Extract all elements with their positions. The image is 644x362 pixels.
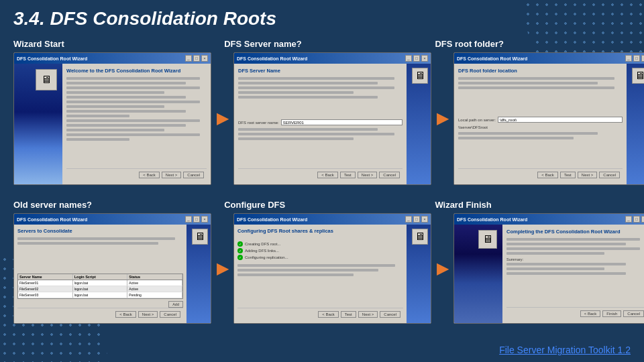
win1-back-btn[interactable]: < Back (139, 172, 160, 178)
win5-heading: Configuring DFS Root shares & replicas (237, 228, 403, 235)
win2-cancel-btn[interactable]: Cancel (379, 172, 400, 178)
win4-title: DFS Consolidation Root Wizard (17, 217, 87, 222)
win3-icon: 🖥 (632, 68, 644, 84)
win3-test-btn[interactable]: Test (560, 172, 576, 178)
win1-maximize[interactable]: □ (193, 55, 200, 62)
label-configure: Configure DFS (224, 200, 420, 210)
win5-check3-icon: ✓ (237, 255, 243, 260)
win4-body-text (17, 237, 183, 272)
win2-maximize[interactable]: □ (413, 55, 420, 62)
label-dfs-root: DFS root folder? (435, 39, 631, 49)
win3-path-input[interactable]: \dfs_root\ (498, 117, 623, 123)
win4-cancel-btn[interactable]: Cancel (160, 311, 180, 318)
win1-minimize[interactable]: _ (185, 55, 192, 62)
win3-input2-label: \\server\DFSroot (458, 125, 488, 129)
win2-heading: DFS Server Name (238, 68, 402, 74)
win5-next-btn[interactable]: Next > (358, 311, 378, 318)
win4-close[interactable]: × (201, 216, 208, 223)
win6-title: DFS Consolidation Root Wizard (457, 217, 527, 222)
win5-check2-icon: ✓ (237, 248, 243, 253)
win4-minimize[interactable]: _ (185, 216, 192, 223)
wizard-start-window: DFS Consolidation Root Wizard _ □ × 🖥 We… (13, 52, 211, 185)
old-server-window: DFS Consolidation Root Wizard _ □ × Serv… (13, 213, 211, 324)
win5-extra-text (237, 264, 403, 308)
win1-next-btn[interactable]: Next > (162, 172, 182, 178)
win3-close[interactable]: × (641, 55, 644, 62)
win5-back-btn[interactable]: < Back (318, 311, 339, 318)
win5-title: DFS Consolidation Root Wizard (237, 217, 307, 222)
win5-cancel-btn[interactable]: Cancel (380, 311, 400, 318)
win6-minimize[interactable]: _ (625, 216, 632, 223)
win6-cancel-btn[interactable]: Cancel (623, 310, 644, 317)
win2-test-btn[interactable]: Test (340, 172, 356, 178)
win2-input-label: DFS root server name: (238, 121, 279, 125)
win3-cancel-btn[interactable]: Cancel (599, 172, 620, 178)
win6-finish-btn[interactable]: Finish (602, 310, 621, 317)
win5-progress-area: ✓ Creating DFS root... ✓ Adding DFS link… (237, 241, 403, 261)
win5-check1-icon: ✓ (237, 241, 243, 247)
win4-add-btn[interactable]: Add (168, 301, 183, 308)
label-finish: Wizard Finish (435, 200, 631, 210)
win3-heading: DFS Root folder location (458, 68, 623, 74)
win4-server-table: Server Name Login Script Status FileServ… (17, 274, 183, 299)
win1-icon: 🖥 (36, 69, 57, 90)
win1-body-text (66, 77, 207, 168)
dfs-server-window: DFS Consolidation Root Wizard _ □ × DFS … (233, 52, 431, 185)
win2-icon: 🖥 (412, 68, 428, 84)
arrow-2: ▶ (437, 52, 448, 185)
win3-body-text (458, 77, 623, 113)
win2-close[interactable]: × (421, 55, 428, 62)
win1-title: DFS Consolidation Root Wizard (17, 56, 87, 61)
win5-maximize[interactable]: □ (413, 216, 420, 223)
win6-body-text: Summary: (506, 238, 644, 307)
win2-body-text (238, 77, 402, 117)
win6-left-panel: 🖥 (454, 225, 502, 323)
win3-back-btn[interactable]: < Back (537, 172, 558, 178)
win6-heading: Completing the DFS Consolidation Root Wi… (506, 229, 644, 235)
win2-minimize[interactable]: _ (405, 55, 412, 62)
win5-check2-text: Adding DFS links... (245, 249, 279, 253)
dfs-root-window: DFS Consolidation Root Wizard _ □ × DFS … (453, 52, 644, 185)
configure-dfs-window: DFS Consolidation Root Wizard _ □ × Conf… (233, 213, 431, 324)
win3-note-text (458, 132, 623, 168)
win6-icon: 🖥 (478, 230, 497, 249)
arrow-3: ▶ (217, 213, 228, 324)
win2-server-input[interactable]: SERVER01 (281, 119, 402, 125)
win5-icon: 🖥 (412, 229, 428, 245)
win4-icon: 🖥 (192, 229, 208, 245)
footer-link[interactable]: File Server Migration Toolkit 1.2 (499, 345, 631, 355)
win1-close[interactable]: × (201, 55, 208, 62)
label-old-server: Old server names? (13, 200, 209, 210)
win1-left-panel: 🖥 (14, 64, 62, 184)
label-dfs-server: DFS Server name? (224, 39, 420, 49)
wizard-finish-window: DFS Consolidation Root Wizard _ □ × 🖥 Co… (453, 213, 644, 324)
arrow-4: ▶ (437, 213, 448, 324)
win3-minimize[interactable]: _ (625, 55, 632, 62)
win3-maximize[interactable]: □ (633, 55, 640, 62)
win6-maximize[interactable]: □ (633, 216, 640, 223)
win1-cancel-btn[interactable]: Cancel (183, 172, 204, 178)
win2-back-btn[interactable]: < Back (317, 172, 338, 178)
win6-back-btn[interactable]: < Back (580, 310, 601, 317)
win5-close[interactable]: × (421, 216, 428, 223)
win3-title: DFS Consolidation Root Wizard (457, 56, 527, 61)
win4-back-btn[interactable]: < Back (115, 311, 136, 318)
page-title: 3.4. DFS Consolidation Roots (13, 8, 276, 29)
win3-next-btn[interactable]: Next > (578, 172, 598, 178)
win5-minimize[interactable]: _ (405, 216, 412, 223)
win1-heading: Welcome to the DFS Consolidation Root Wi… (66, 68, 207, 74)
label-wizard-start: Wizard Start (13, 39, 209, 49)
win2-next-btn[interactable]: Next > (358, 172, 378, 178)
win4-maximize[interactable]: □ (193, 216, 200, 223)
win2-footer-text (238, 128, 402, 168)
arrow-1: ▶ (217, 52, 228, 185)
win4-heading: Servers to Consolidate (17, 228, 183, 235)
win3-input-label: Local path on server: (458, 118, 496, 122)
win5-check3-text: Configuring replication... (245, 255, 288, 259)
win6-close[interactable]: × (641, 216, 644, 223)
win4-next-btn[interactable]: Next > (138, 311, 158, 318)
win5-check1-text: Creating DFS root... (245, 242, 280, 246)
win5-test-btn[interactable]: Test (341, 311, 356, 318)
win2-title: DFS Consolidation Root Wizard (237, 56, 307, 61)
